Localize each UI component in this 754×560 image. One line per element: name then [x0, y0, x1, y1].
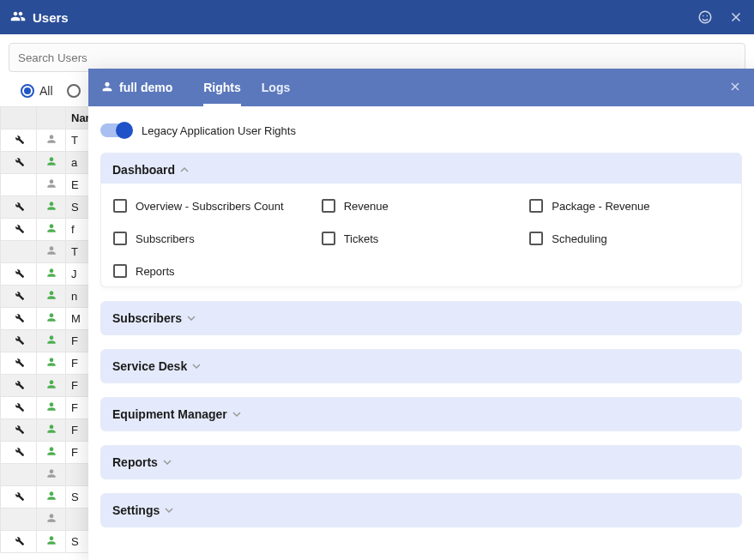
- panel-user: full demo: [100, 80, 172, 96]
- filter-radio-all[interactable]: All: [21, 84, 53, 98]
- section-equipment-manager-title: Equipment Manager: [112, 407, 227, 421]
- wrench-icon[interactable]: [1, 375, 37, 397]
- section-dashboard: Dashboard Overview - Subscribers CountRe…: [100, 153, 742, 287]
- filter-radio-other[interactable]: [67, 84, 81, 98]
- legacy-toggle[interactable]: [100, 123, 131, 137]
- tab-rights[interactable]: Rights: [203, 69, 241, 106]
- right-label: Scheduling: [552, 232, 606, 245]
- person-icon: [37, 219, 66, 241]
- caret-down-icon: [187, 311, 196, 325]
- wrench-icon[interactable]: [1, 286, 37, 308]
- person-icon: [37, 174, 66, 196]
- wrench-icon[interactable]: [1, 419, 37, 442]
- person-icon: [37, 241, 66, 263]
- right-label: Reports: [136, 265, 175, 278]
- caret-down-icon: [192, 359, 201, 373]
- person-icon: [37, 442, 66, 464]
- wrench-icon[interactable]: [1, 196, 37, 219]
- person-icon: [37, 397, 66, 419]
- wrench-icon[interactable]: [1, 152, 37, 174]
- users-icon: [10, 9, 26, 27]
- checkbox-icon[interactable]: [322, 232, 335, 245]
- section-reports-title: Reports: [112, 455, 158, 469]
- right-label: Revenue: [344, 200, 389, 213]
- wrench-icon[interactable]: [1, 486, 37, 509]
- person-icon: [37, 486, 66, 509]
- tab-logs[interactable]: Logs: [262, 69, 290, 106]
- svg-point-2: [707, 15, 709, 17]
- wrench-icon[interactable]: [1, 352, 37, 375]
- caret-up-icon: [180, 163, 189, 177]
- person-icon: [37, 308, 66, 330]
- section-service-desk-title: Service Desk: [112, 359, 187, 373]
- person-icon: [100, 80, 114, 96]
- legacy-toggle-label: Legacy Application User Rights: [142, 124, 296, 137]
- person-icon: [37, 263, 66, 286]
- checkbox-icon[interactable]: [322, 199, 335, 213]
- person-icon: [37, 129, 66, 152]
- panel-header: full demo Rights Logs: [88, 69, 754, 106]
- wrench-icon[interactable]: [1, 129, 37, 152]
- section-subscribers: Subscribers: [100, 301, 742, 335]
- wrench-icon[interactable]: [1, 509, 37, 531]
- panel-close-icon[interactable]: [728, 80, 742, 96]
- section-equipment-manager-header[interactable]: Equipment Manager: [100, 397, 742, 431]
- right-checkbox[interactable]: Tickets: [322, 232, 522, 245]
- section-dashboard-header[interactable]: Dashboard: [100, 153, 742, 187]
- page-title: Users: [33, 10, 69, 25]
- right-checkbox[interactable]: Overview - Subscribers Count: [113, 199, 313, 213]
- wrench-icon[interactable]: [1, 174, 37, 196]
- titlebar-close-icon[interactable]: [728, 9, 744, 25]
- person-icon: [37, 375, 66, 397]
- wrench-icon[interactable]: [1, 241, 37, 263]
- section-equipment-manager: Equipment Manager: [100, 397, 742, 431]
- person-icon: [37, 330, 66, 352]
- svg-point-1: [703, 15, 704, 17]
- section-reports: Reports: [100, 445, 742, 479]
- caret-down-icon: [165, 503, 173, 517]
- wrench-icon[interactable]: [1, 308, 37, 330]
- person-icon: [37, 352, 66, 375]
- checkbox-icon[interactable]: [529, 199, 543, 213]
- right-checkbox[interactable]: Scheduling: [529, 232, 729, 245]
- section-subscribers-header[interactable]: Subscribers: [100, 301, 742, 335]
- right-checkbox[interactable]: Reports: [113, 264, 313, 278]
- right-checkbox[interactable]: Package - Revenue: [529, 199, 729, 213]
- filter-all-label: All: [39, 84, 53, 98]
- right-checkbox[interactable]: Subscribers: [113, 232, 313, 245]
- person-icon: [37, 531, 66, 553]
- checkbox-icon[interactable]: [113, 199, 127, 213]
- section-subscribers-title: Subscribers: [112, 311, 182, 325]
- right-label: Subscribers: [136, 232, 195, 245]
- section-settings-header[interactable]: Settings: [100, 493, 742, 527]
- svg-point-0: [699, 11, 711, 23]
- wrench-icon[interactable]: [1, 464, 37, 486]
- col-avatar: [37, 107, 66, 129]
- checkbox-icon[interactable]: [529, 232, 543, 245]
- section-settings-title: Settings: [112, 503, 160, 517]
- section-settings: Settings: [100, 493, 742, 527]
- caret-down-icon: [232, 407, 241, 421]
- wrench-icon[interactable]: [1, 442, 37, 464]
- person-icon: [37, 419, 66, 442]
- panel-user-name: full demo: [119, 81, 172, 94]
- search-input[interactable]: [9, 43, 745, 72]
- right-label: Package - Revenue: [552, 200, 649, 213]
- person-icon: [37, 152, 66, 174]
- wrench-icon[interactable]: [1, 397, 37, 419]
- right-checkbox[interactable]: Revenue: [322, 199, 522, 213]
- rights-panel: full demo Rights Logs Legacy Application…: [88, 69, 754, 560]
- smiley-icon[interactable]: [697, 9, 713, 25]
- person-icon: [37, 464, 66, 486]
- wrench-icon[interactable]: [1, 330, 37, 352]
- wrench-icon[interactable]: [1, 219, 37, 241]
- legacy-toggle-row: Legacy Application User Rights: [100, 118, 742, 153]
- checkbox-icon[interactable]: [113, 264, 127, 278]
- checkbox-icon[interactable]: [113, 232, 127, 245]
- wrench-icon[interactable]: [1, 263, 37, 286]
- right-label: Tickets: [344, 232, 379, 245]
- wrench-icon[interactable]: [1, 531, 37, 553]
- section-dashboard-title: Dashboard: [112, 163, 175, 177]
- section-service-desk-header[interactable]: Service Desk: [100, 349, 742, 383]
- section-reports-header[interactable]: Reports: [100, 445, 742, 479]
